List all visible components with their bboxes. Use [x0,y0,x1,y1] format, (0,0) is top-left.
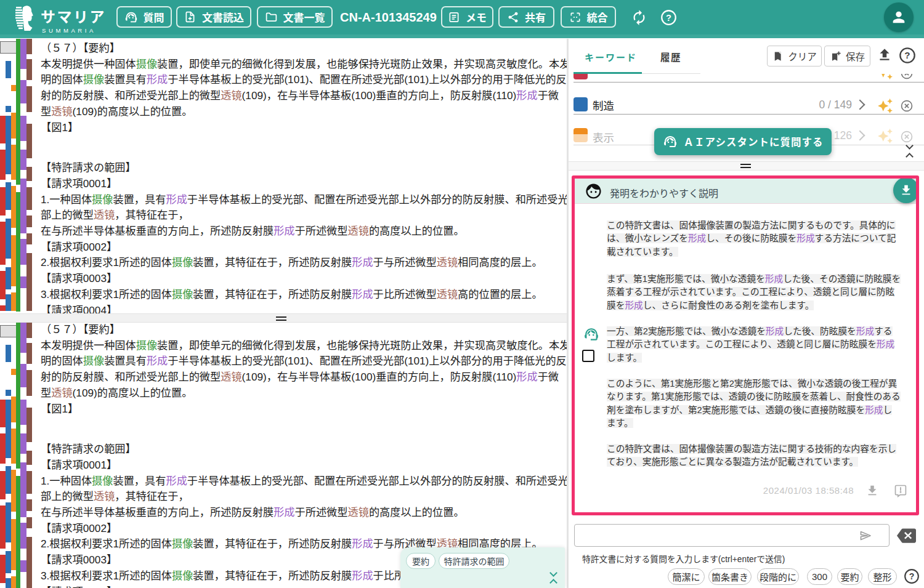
svg-text:?: ? [904,50,910,60]
svg-text:?: ? [909,571,915,581]
svg-text:?: ? [666,13,671,23]
